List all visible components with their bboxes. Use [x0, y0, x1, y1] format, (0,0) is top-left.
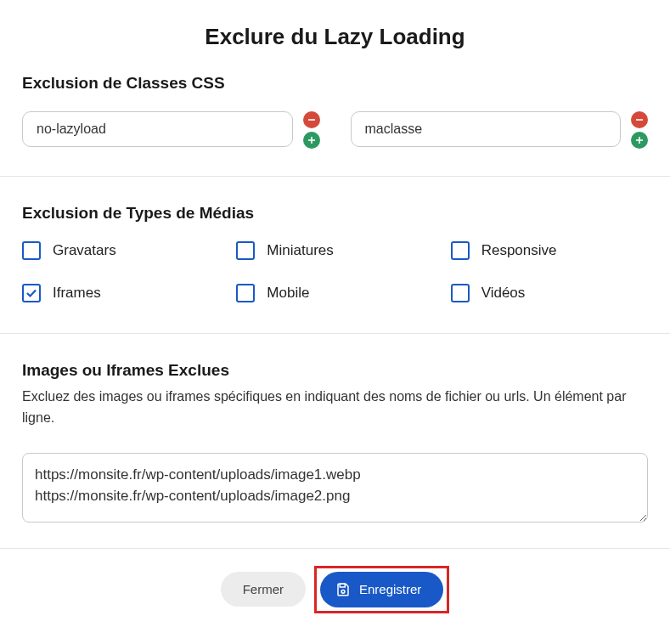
- footer: Fermer Enregistrer: [0, 549, 670, 634]
- media-exclusion-heading: Exclusion de Types de Médias: [22, 204, 648, 223]
- excluded-images-description: Excluez des images ou iframes spécifique…: [22, 387, 648, 429]
- remove-class-button-1[interactable]: [631, 111, 648, 128]
- svg-rect-0: [308, 119, 315, 121]
- css-exclusion-section: Exclusion de Classes CSS: [0, 74, 670, 176]
- checkbox-box: [236, 241, 255, 260]
- minus-icon: [635, 116, 644, 124]
- excluded-images-heading: Images ou Iframes Exclues: [22, 361, 648, 380]
- minus-icon: [307, 116, 316, 124]
- close-button[interactable]: Fermer: [221, 572, 306, 607]
- checkbox-box: [236, 284, 255, 302]
- check-icon: [25, 287, 37, 299]
- checkbox-box: [22, 284, 41, 302]
- css-exclusion-row: [22, 111, 648, 176]
- checkbox-label: Vidéos: [481, 285, 526, 302]
- checkbox-responsive[interactable]: Responsive: [451, 241, 648, 260]
- save-icon: [335, 582, 351, 597]
- modal-container: Exclure du Lazy Loading Exclusion de Cla…: [0, 0, 670, 634]
- svg-point-7: [341, 590, 345, 593]
- checkbox-mobile[interactable]: Mobile: [236, 284, 433, 302]
- plus-icon: [307, 136, 316, 144]
- add-class-button-1[interactable]: [631, 132, 648, 149]
- plus-icon: [635, 136, 644, 144]
- save-button[interactable]: Enregistrer: [320, 572, 443, 607]
- checkbox-miniatures[interactable]: Miniatures: [236, 241, 433, 260]
- svg-rect-6: [340, 584, 345, 587]
- checkbox-gravatars[interactable]: Gravatars: [22, 241, 219, 260]
- add-class-button-0[interactable]: [303, 132, 320, 149]
- checkbox-label: Iframes: [53, 285, 101, 302]
- save-button-highlight: Enregistrer: [314, 566, 449, 613]
- excluded-images-textarea[interactable]: [22, 453, 648, 523]
- input-controls-1: [631, 111, 648, 149]
- css-input-group-0: [22, 111, 320, 149]
- checkbox-videos[interactable]: Vidéos: [451, 284, 648, 302]
- svg-rect-2: [311, 137, 312, 144]
- input-controls-0: [303, 111, 320, 149]
- checkbox-iframes[interactable]: Iframes: [22, 284, 219, 302]
- svg-rect-5: [639, 137, 640, 144]
- excluded-images-section: Images ou Iframes Exclues Excluez des im…: [0, 334, 670, 548]
- media-exclusion-section: Exclusion de Types de Médias Gravatars M…: [0, 177, 670, 333]
- css-class-input-1[interactable]: [351, 111, 622, 147]
- css-exclusion-heading: Exclusion de Classes CSS: [22, 74, 648, 93]
- page-title: Exclure du Lazy Loading: [0, 0, 670, 74]
- svg-rect-3: [636, 119, 643, 121]
- checkbox-label: Mobile: [267, 285, 309, 302]
- checkbox-label: Miniatures: [267, 242, 333, 259]
- checkbox-label: Gravatars: [53, 242, 116, 259]
- checkbox-label: Responsive: [481, 242, 557, 259]
- checkbox-box: [22, 241, 41, 260]
- media-grid: Gravatars Miniatures Responsive Iframes: [22, 241, 648, 302]
- checkbox-box: [451, 284, 470, 302]
- checkbox-box: [451, 241, 470, 260]
- css-class-input-0[interactable]: [22, 111, 293, 147]
- remove-class-button-0[interactable]: [303, 111, 320, 128]
- css-input-group-1: [351, 111, 649, 149]
- save-button-label: Enregistrer: [359, 582, 421, 596]
